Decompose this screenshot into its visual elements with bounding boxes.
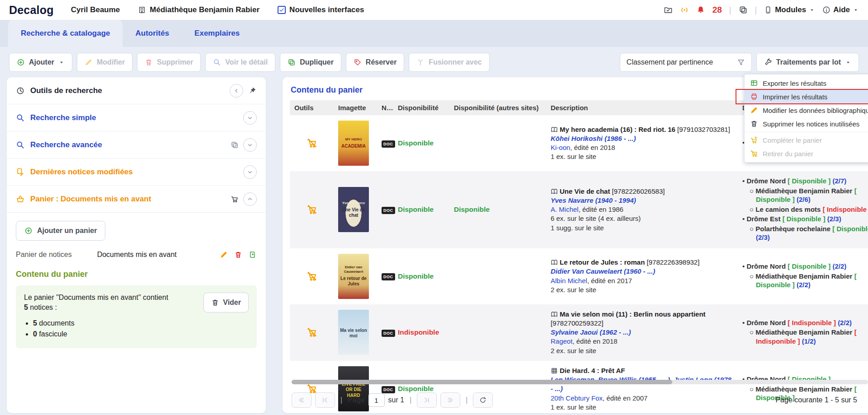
search-tools-sidebar: Outils de recherche Recherche simple Rec… — [7, 77, 266, 413]
help-menu[interactable]: Aide — [822, 5, 859, 14]
expand-section-button[interactable] — [243, 138, 257, 152]
publisher-link[interactable]: Rageot — [551, 337, 572, 345]
record-title: Ma vie selon moi (11) : Berlin nous appa… — [560, 310, 706, 318]
remove-from-basket-icon[interactable] — [307, 204, 317, 215]
merge-button[interactable]: Fusionner avec — [409, 53, 489, 72]
open-window-icon[interactable] — [231, 141, 239, 149]
cart-icon[interactable] — [231, 195, 239, 203]
remove-from-basket-icon[interactable] — [307, 271, 317, 282]
authors-link[interactable]: Yves Navarre (1940 - 1994) — [551, 196, 733, 205]
table-row: Yves NavarreUne Vie de chat DOC Disponib… — [290, 171, 868, 248]
library-name: Médiathèque Benjamin Rabier — [150, 5, 259, 14]
menu-item-complete-basket[interactable]: Compléter le panier — [745, 132, 868, 147]
pin-icon[interactable] — [248, 86, 257, 95]
authors-link[interactable]: Kōhei Horikoshi (1986 - ...) — [551, 134, 733, 143]
menu-item-export-results[interactable]: Exporter les résultats — [745, 76, 868, 90]
add-to-basket-icon[interactable] — [249, 251, 257, 259]
duplicate-label: Dupliquer — [300, 58, 334, 66]
expand-section-button[interactable] — [243, 111, 257, 125]
modules-label: Modules — [775, 5, 806, 14]
authors-link[interactable]: Len Wiseman, Bruce Willis (1955 - ...), … — [551, 375, 733, 394]
tab-exemplaires[interactable]: Exemplaires — [182, 20, 252, 47]
batch-button[interactable]: Traitements par lot — [756, 53, 859, 72]
library-building-icon — [138, 6, 146, 14]
stat-documents: 5 documents — [33, 319, 249, 327]
menu-item-label: Modifier les données bibliographiques — [763, 107, 868, 114]
menu-item-modify-bibliographic-data[interactable]: Modifier les données bibliographiques — [745, 103, 868, 117]
page-status: Page courante 1 - 5 sur 5 — [775, 396, 857, 404]
windows-copy-icon[interactable] — [739, 5, 748, 14]
new-interfaces-toggle[interactable]: Nouvelles interfaces — [278, 5, 364, 14]
batch-dropdown-menu: Exporter les résultats Imprimer les résu… — [744, 74, 868, 163]
modules-menu[interactable]: Modules — [764, 5, 815, 14]
sidebar-item-recherche-simple[interactable]: Recherche simple — [7, 104, 266, 131]
book-cover[interactable]: Ma vie selon moi — [338, 310, 369, 355]
menu-item-remove-from-basket[interactable]: Retirer du panier — [745, 147, 868, 160]
chevron-up-icon — [246, 196, 254, 203]
chevron-down-icon — [246, 114, 254, 121]
col-disponibilite-autres: Disponibilité (autres sites) — [449, 100, 546, 115]
book-cover[interactable]: Didier van CauwelaertLe retour de Jules — [338, 254, 369, 299]
history-clock-icon — [16, 86, 25, 95]
first-page-button[interactable] — [292, 392, 311, 408]
tab-recherche-catalogage[interactable]: Recherche & catalogage — [8, 20, 123, 47]
caret-down-icon — [853, 7, 859, 13]
edition-text: , édité en 2018 — [570, 144, 615, 151]
remove-from-basket-icon[interactable] — [307, 327, 317, 338]
notifications-bell-icon[interactable] — [696, 5, 705, 14]
sidebar-item-panier[interactable]: Panier : Documents mis en avant — [7, 186, 266, 213]
reserve-button[interactable]: Réserver — [346, 53, 405, 72]
authors-link[interactable]: Sylvaine Jaoui (1962 - ...) — [551, 328, 733, 337]
new-interfaces-checkbox[interactable] — [278, 6, 286, 14]
basket-row: Panier de notices Documents mis en avant — [16, 251, 257, 259]
current-user[interactable]: Cyril Beaume — [71, 5, 120, 14]
collapse-section-button[interactable] — [243, 192, 257, 206]
beacon-icon[interactable] — [680, 5, 689, 14]
duplicate-button[interactable]: Dupliquer — [280, 53, 341, 72]
sidebar-item-recherche-avancee[interactable]: Recherche avancée — [7, 131, 266, 159]
authors-link[interactable]: Didier Van Cauwelaert (1960 - ...) — [551, 267, 733, 276]
delete-button[interactable]: Supprimer — [137, 53, 201, 72]
horizontal-scrollbar[interactable] — [292, 380, 868, 384]
remove-from-basket-icon[interactable] — [307, 138, 317, 149]
chevron-down-icon — [246, 141, 254, 149]
extra-line: 1 sugg. sur le site — [551, 224, 733, 233]
book-cover[interactable]: MY HEROACADEMIA — [338, 121, 369, 166]
refresh-button[interactable] — [473, 392, 493, 408]
availability-status: Disponible — [398, 139, 434, 147]
record-title: Die Hard. 4 : Prêt AF — [560, 367, 625, 374]
sort-dropdown[interactable]: Classement par pertinence — [620, 53, 752, 72]
last-page-button[interactable] — [440, 392, 460, 408]
scrollbar-thumb[interactable] — [292, 380, 672, 384]
book-cover[interactable]: Yves NavarreUne Vie de chat — [338, 187, 369, 232]
notification-count[interactable]: 28 — [712, 5, 722, 15]
current-library[interactable]: Médiathèque Benjamin Rabier — [138, 5, 259, 14]
empty-basket-button[interactable]: Vider — [203, 293, 249, 312]
publisher-link[interactable]: A. Michel — [551, 205, 579, 213]
page-input[interactable] — [368, 393, 385, 407]
publisher-link[interactable]: Albin Michel — [551, 277, 587, 284]
previous-page-button[interactable] — [315, 392, 335, 408]
page-of-label: sur 1 — [388, 396, 405, 404]
delete-basket-icon[interactable] — [234, 251, 242, 259]
collapse-sidebar-button[interactable] — [230, 84, 243, 98]
copies-line: 6 ex. sur le site (4 ex. ailleurs) — [551, 214, 733, 223]
publisher-link[interactable]: Ki-oon — [551, 144, 570, 151]
copies-line: 2 ex. sur le site — [551, 346, 733, 355]
menu-item-delete-unused-records[interactable]: Supprimer les notices inutilisées — [745, 117, 868, 131]
modify-button[interactable]: Modifier — [77, 53, 132, 72]
folder-check-icon[interactable] — [664, 5, 673, 14]
edit-basket-icon[interactable] — [220, 251, 228, 259]
add-button[interactable]: Ajouter — [9, 53, 72, 72]
add-basket-button[interactable]: Ajouter un panier — [16, 221, 105, 241]
record-description: Une Vie de chat [9782226026583] Yves Nav… — [546, 187, 738, 233]
sidebar-item-dernieres-notices[interactable]: Dernières notices modifiées — [7, 159, 266, 186]
next-page-button[interactable] — [417, 392, 437, 408]
tab-autorites[interactable]: Autorités — [123, 20, 182, 47]
record-isbn: [9782226398932] — [647, 258, 700, 266]
menu-item-print-results[interactable]: Imprimer les résultats — [745, 90, 868, 103]
expand-section-button[interactable] — [243, 165, 257, 179]
edition-text: , édité en 1986 — [579, 205, 623, 213]
app-logo[interactable]: Decalog — [9, 4, 54, 17]
view-detail-button[interactable]: Voir le détail — [205, 53, 275, 72]
